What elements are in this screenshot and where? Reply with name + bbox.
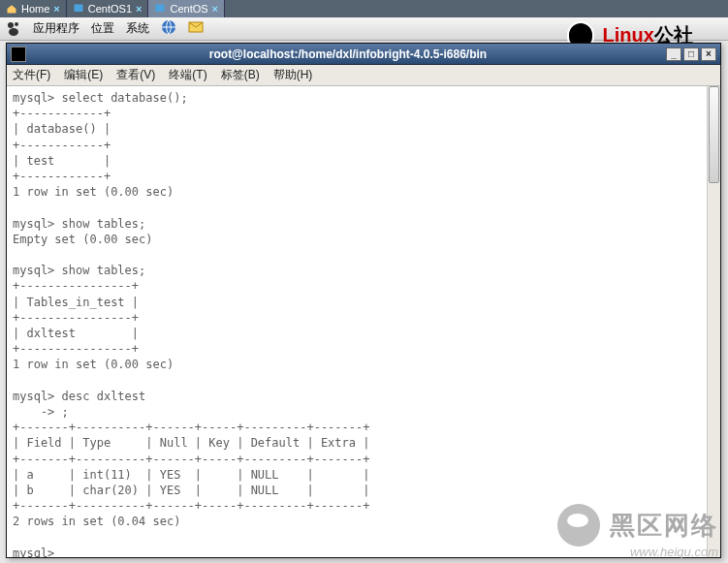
terminal-window: root@localhost:/home/dxl/infobright-4.0.… (6, 43, 721, 558)
close-button[interactable]: × (701, 47, 716, 61)
svg-point-3 (15, 22, 18, 26)
vm-tab-centos-label: CentOS (170, 3, 207, 15)
gnome-foot-icon[interactable] (6, 21, 21, 37)
svg-point-4 (9, 28, 18, 36)
close-icon[interactable]: × (212, 3, 218, 15)
vm-tab-centos-active[interactable]: CentOS × (148, 0, 225, 17)
window-title: root@localhost:/home/dxl/infobright-4.0.… (32, 47, 664, 61)
vm-tab-centos1[interactable]: CentOS1 × (67, 0, 149, 17)
close-icon[interactable]: × (53, 3, 59, 15)
terminal-scrollbar[interactable] (707, 86, 720, 557)
terminal-icon (11, 47, 26, 62)
svg-rect-0 (74, 5, 82, 13)
menu-view[interactable]: 查看(V) (116, 67, 155, 83)
panel-mail-icon[interactable] (188, 19, 204, 38)
minimize-button[interactable]: _ (666, 47, 681, 61)
terminal-menubar: 文件(F) 编辑(E) 查看(V) 终端(T) 标签(B) 帮助(H) (7, 65, 720, 86)
vm-tab-home-label: Home (21, 3, 49, 15)
terminal-output: mysql> select database(); +------------+… (13, 90, 714, 557)
svg-point-2 (8, 22, 14, 28)
panel-applications[interactable]: 应用程序 (33, 20, 79, 37)
menu-file[interactable]: 文件(F) (13, 67, 50, 83)
vm-tab-home[interactable]: Home × (0, 0, 67, 17)
svg-rect-1 (156, 5, 165, 13)
menu-tabs[interactable]: 标签(B) (221, 67, 260, 83)
vm-tab-bar: Home × CentOS1 × CentOS × (0, 0, 728, 17)
guest-os-icon (154, 3, 166, 15)
menu-terminal[interactable]: 终端(T) (169, 67, 206, 83)
menu-help[interactable]: 帮助(H) (273, 67, 313, 83)
panel-places[interactable]: 位置 (91, 20, 114, 37)
window-titlebar[interactable]: root@localhost:/home/dxl/infobright-4.0.… (7, 44, 720, 65)
gnome-top-panel: 应用程序 位置 系统 (0, 17, 728, 41)
terminal-body[interactable]: mysql> select database(); +------------+… (7, 86, 720, 557)
home-icon (6, 3, 17, 15)
maximize-button[interactable]: □ (683, 47, 699, 61)
close-icon[interactable]: × (136, 3, 142, 15)
vm-tab-centos1-label: CentOS1 (88, 3, 132, 15)
menu-edit[interactable]: 编辑(E) (64, 67, 103, 83)
guest-os-icon (73, 3, 84, 15)
scrollbar-thumb[interactable] (709, 86, 719, 183)
panel-system[interactable]: 系统 (126, 20, 149, 37)
panel-web-icon[interactable] (161, 19, 176, 38)
